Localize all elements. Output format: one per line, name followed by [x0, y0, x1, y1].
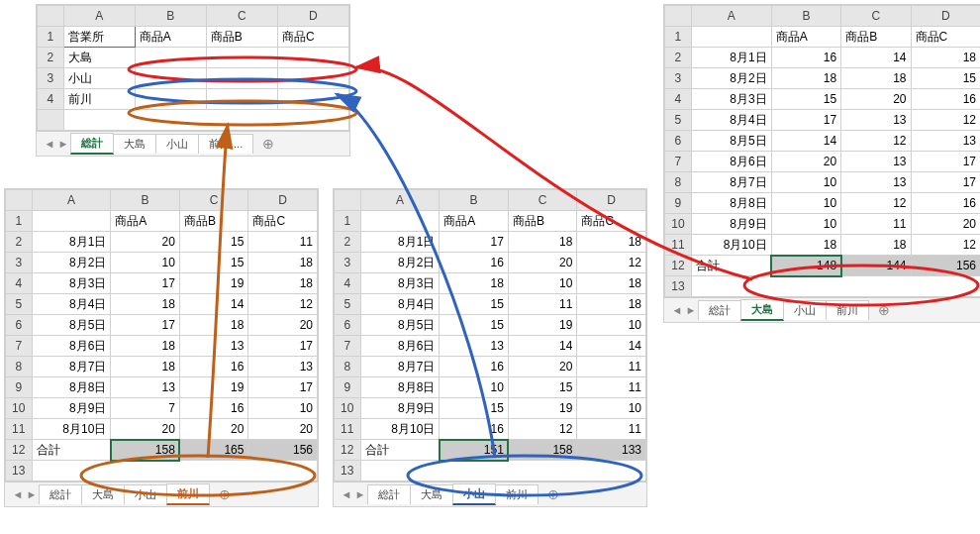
- date-cell[interactable]: 8月5日: [32, 315, 111, 336]
- row-header[interactable]: 2: [6, 232, 33, 253]
- col-header[interactable]: B: [771, 6, 840, 27]
- data-cell[interactable]: 14: [841, 48, 911, 68]
- data-cell[interactable]: 15: [911, 68, 980, 89]
- row-header[interactable]: 8: [665, 172, 692, 193]
- date-cell[interactable]: 8月6日: [32, 336, 111, 357]
- tab-nav-prev-icon[interactable]: ◄: [43, 138, 56, 150]
- date-cell[interactable]: 8月8日: [360, 377, 440, 398]
- data-cell[interactable]: 18: [841, 68, 911, 89]
- date-cell[interactable]: 8月9日: [360, 398, 440, 419]
- row-header[interactable]: 7: [665, 152, 692, 172]
- data-cell[interactable]: 20: [508, 357, 577, 377]
- data-cell[interactable]: 13: [179, 336, 248, 357]
- grid-oshima[interactable]: A B C D 1 商品A 商品B 商品C 28月1日16141838月2日18…: [664, 5, 980, 297]
- tab-nav-next-icon[interactable]: ►: [684, 304, 698, 316]
- data-cell[interactable]: 19: [179, 377, 248, 398]
- data-cell[interactable]: 18: [179, 315, 248, 336]
- total-label[interactable]: 合計: [691, 256, 771, 276]
- cell[interactable]: [135, 89, 206, 110]
- data-cell[interactable]: 17: [911, 172, 980, 193]
- row-header[interactable]: 10: [6, 398, 33, 419]
- total-cell[interactable]: 156: [911, 256, 980, 276]
- data-cell[interactable]: 11: [841, 214, 911, 235]
- data-cell[interactable]: 18: [771, 68, 840, 89]
- data-cell[interactable]: 12: [911, 110, 980, 131]
- tab-nav-prev-icon[interactable]: ◄: [670, 304, 684, 316]
- date-cell[interactable]: 8月1日: [32, 232, 111, 253]
- add-sheet-icon[interactable]: ⊕: [258, 136, 278, 152]
- data-cell[interactable]: 14: [771, 131, 840, 152]
- row-header[interactable]: 8: [6, 357, 33, 377]
- data-cell[interactable]: 11: [577, 357, 646, 377]
- data-cell[interactable]: 20: [508, 253, 577, 273]
- row-header[interactable]: 2: [38, 48, 64, 68]
- grid-koyama[interactable]: A B C D 1 商品A 商品B 商品C 28月1日17181838月2日16…: [334, 189, 646, 481]
- data-cell[interactable]: 19: [508, 398, 577, 419]
- data-cell[interactable]: 13: [841, 152, 911, 172]
- tab-maekawa[interactable]: 前川 ...: [198, 134, 253, 154]
- cell[interactable]: 商品C: [277, 27, 348, 48]
- data-cell[interactable]: 16: [179, 398, 248, 419]
- row-header[interactable]: 1: [38, 27, 64, 48]
- row-header[interactable]: 10: [665, 214, 692, 235]
- data-cell[interactable]: 20: [911, 214, 980, 235]
- date-cell[interactable]: 8月4日: [360, 294, 440, 315]
- cell[interactable]: 大島: [63, 48, 135, 68]
- row-header[interactable]: 11: [6, 419, 33, 440]
- tab-total[interactable]: 総計: [698, 300, 741, 320]
- row-header[interactable]: 6: [665, 131, 692, 152]
- cell[interactable]: [277, 89, 348, 110]
- tab-koyama[interactable]: 小山: [155, 134, 199, 154]
- data-cell[interactable]: 7: [111, 398, 180, 419]
- date-cell[interactable]: 8月1日: [360, 232, 440, 253]
- row-header[interactable]: 3: [665, 68, 692, 89]
- date-cell[interactable]: 8月10日: [691, 235, 771, 256]
- tab-oshima[interactable]: 大島: [740, 299, 784, 321]
- data-cell[interactable]: 18: [577, 294, 646, 315]
- col-header[interactable]: C: [841, 6, 911, 27]
- row-header[interactable]: 4: [38, 89, 64, 110]
- tab-oshima[interactable]: 大島: [113, 134, 156, 154]
- date-cell[interactable]: 8月8日: [32, 377, 111, 398]
- row-header[interactable]: 3: [335, 253, 361, 273]
- data-cell[interactable]: 10: [440, 377, 509, 398]
- data-cell[interactable]: 13: [911, 131, 980, 152]
- data-cell[interactable]: 20: [111, 232, 180, 253]
- data-cell[interactable]: 18: [248, 253, 318, 273]
- add-sheet-icon[interactable]: ⊕: [215, 486, 235, 502]
- total-cell[interactable]: 144: [841, 256, 911, 276]
- row-header[interactable]: 11: [665, 235, 692, 256]
- data-cell[interactable]: 18: [508, 232, 577, 253]
- data-cell[interactable]: 10: [508, 273, 577, 294]
- col-header[interactable]: A: [63, 6, 135, 27]
- date-cell[interactable]: 8月5日: [360, 315, 440, 336]
- data-cell[interactable]: 17: [111, 315, 180, 336]
- data-cell[interactable]: 15: [179, 253, 248, 273]
- data-cell[interactable]: 11: [248, 232, 318, 253]
- date-cell[interactable]: 8月8日: [691, 193, 771, 214]
- date-cell[interactable]: 8月5日: [691, 131, 771, 152]
- cell[interactable]: [277, 48, 348, 68]
- data-cell[interactable]: 10: [577, 398, 646, 419]
- data-cell[interactable]: 11: [577, 419, 646, 440]
- date-cell[interactable]: 8月6日: [360, 336, 440, 357]
- tab-nav-prev-icon[interactable]: ◄: [11, 488, 25, 500]
- data-cell[interactable]: 17: [911, 152, 980, 172]
- cell[interactable]: 前川: [63, 89, 135, 110]
- data-cell[interactable]: 18: [111, 336, 180, 357]
- tab-maekawa[interactable]: 前川: [826, 300, 869, 320]
- data-cell[interactable]: 16: [911, 89, 980, 110]
- row-header[interactable]: 9: [6, 377, 33, 398]
- data-cell[interactable]: 10: [771, 193, 840, 214]
- date-cell[interactable]: 8月9日: [32, 398, 111, 419]
- data-cell[interactable]: 17: [771, 110, 840, 131]
- tab-koyama[interactable]: 小山: [452, 483, 496, 505]
- data-cell[interactable]: 17: [248, 336, 318, 357]
- row-header[interactable]: 11: [335, 419, 361, 440]
- data-cell[interactable]: 20: [771, 152, 840, 172]
- data-cell[interactable]: 17: [440, 232, 509, 253]
- col-header[interactable]: C: [206, 6, 277, 27]
- date-cell[interactable]: 8月7日: [360, 357, 440, 377]
- data-cell[interactable]: 15: [771, 89, 840, 110]
- data-cell[interactable]: 18: [111, 357, 180, 377]
